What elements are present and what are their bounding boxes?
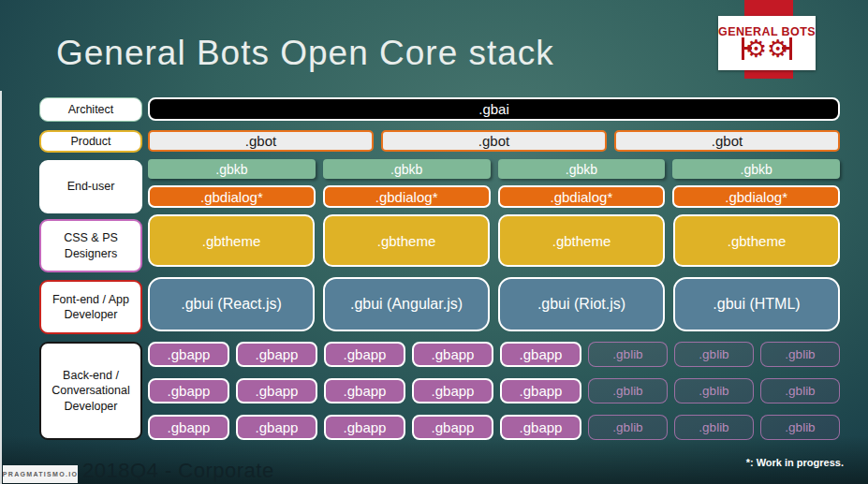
row-label-product: Product [39,130,142,153]
gblib-box: .gblib [588,342,668,367]
gbtheme-box: .gbtheme [498,214,665,267]
gblib-box: .gblib [674,342,754,367]
gblib-box: .gblib [588,415,668,440]
general-bots-logo: GENERAL BOTS ⚙ ⚙ [718,16,816,70]
gbapp-box: .gbapp [324,342,405,367]
row-gbui: .gbui (React.js) .gbui (Angular.js) .gbu… [148,277,840,331]
gbapp-box: .gbapp [148,415,229,440]
backend-grid-row: .gbapp .gbapp .gbapp .gbapp .gbapp .gbli… [148,415,840,440]
row-label-backend-conversational-developer: Back-end / Conversational Developer [39,342,142,440]
backend-grid-row: .gbapp .gbapp .gbapp .gbapp .gbapp .gbli… [148,378,840,403]
row-label-css-ps-designers: CSS & PS Designers [39,219,142,272]
gbtheme-box: .gbtheme [323,214,490,267]
gbapp-box: .gbapp [412,378,493,403]
gbdialog-box: .gbdialog* [672,185,840,208]
gear-bar-left [742,37,744,60]
gbapp-box: .gbapp [148,342,229,367]
gbui-react-box: .gbui (React.js) [148,277,315,331]
gbapp-box: .gbapp [236,378,317,403]
row-gbot: .gbot .gbot .gbot [148,130,840,152]
gbkb-box: .gbkb [498,159,666,179]
gbapp-box: .gbapp [236,342,317,367]
row-label-end-user: End-user [39,160,142,213]
footer-version-text: 2018Q4 - Corporate [82,459,274,483]
gbkb-box: .gbkb [323,159,491,179]
gbapp-box: .gbapp [324,415,405,440]
gbapp-box: .gbapp [412,415,493,440]
gbapp-box: .gbapp [500,342,581,367]
gbai-box: .gbai [148,97,840,121]
pragmatismo-brand-badge: PRAGMATISMO.IO [3,465,78,483]
gbdialog-box: .gbdialog* [498,185,666,208]
gblib-box: .gblib [760,415,840,440]
backend-grid-row: .gbapp .gbapp .gbapp .gbapp .gbapp .gbli… [148,342,840,367]
gbui-riot-box: .gbui (Riot.js) [498,277,665,331]
row-gbkb: .gbkb .gbkb .gbkb .gbkb [148,159,840,179]
gbot-box: .gbot [381,130,607,152]
gbapp-box: .gbapp [500,415,581,440]
gbui-angular-box: .gbui (Angular.js) [323,277,490,331]
row-gbdialog: .gbdialog* .gbdialog* .gbdialog* .gbdial… [148,185,840,208]
gear-bar-right [789,37,792,60]
gbdialog-box: .gbdialog* [148,185,316,208]
gblib-box: .gblib [588,378,668,403]
gbapp-box: .gbapp [412,342,493,367]
gbapp-box: .gbapp [148,378,229,403]
gbot-box: .gbot [614,130,840,152]
gblib-box: .gblib [674,415,754,440]
row-label-architect: Architect [39,97,142,122]
gbtheme-box: .gbtheme [673,214,840,267]
gblib-box: .gblib [674,378,754,403]
page-title: General Bots Open Core stack [56,34,554,73]
gblib-box: .gblib [760,342,840,367]
work-in-progress-footnote: *: Work in progress. [746,457,844,468]
row-label-frontend-app-developer: Font-end / App Developer [39,280,142,334]
slide-left-edge [0,91,2,484]
row-gbtheme: .gbtheme .gbtheme .gbtheme .gbtheme [148,214,840,267]
gbapp-box: .gbapp [236,415,317,440]
gbtheme-box: .gbtheme [148,214,315,267]
gbkb-box: .gbkb [672,159,840,179]
gbot-box: .gbot [148,130,374,152]
gbkb-box: .gbkb [148,159,316,179]
slide: { "slide": { "title": "General Bots Open… [0,0,868,484]
gblib-box: .gblib [760,378,840,403]
backend-grid: .gbapp .gbapp .gbapp .gbapp .gbapp .gbli… [148,342,840,440]
gbapp-box: .gbapp [324,378,405,403]
row-gbai: .gbai [148,97,840,121]
gbdialog-box: .gbdialog* [323,185,491,208]
gbui-html-box: .gbui (HTML) [673,277,840,331]
two-gears-icon: ⚙ ⚙ [742,37,793,61]
gbapp-box: .gbapp [500,378,581,403]
